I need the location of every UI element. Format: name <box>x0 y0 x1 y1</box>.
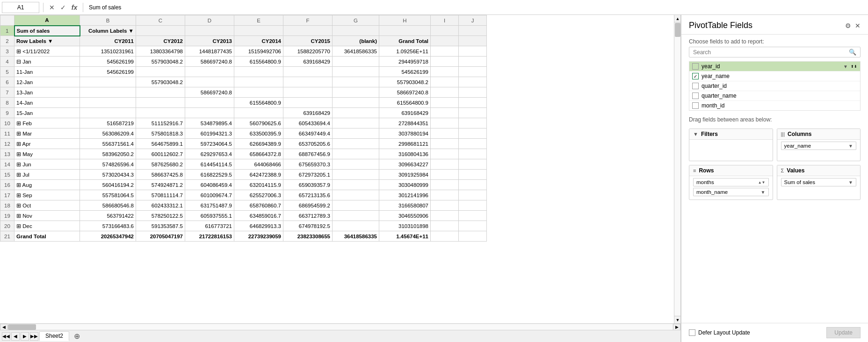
cell-r6-c5[interactable] <box>283 77 333 87</box>
cell-r11-c9[interactable] <box>459 128 487 139</box>
cell-r15-c6[interactable] <box>333 170 379 180</box>
cell-r17-c9[interactable] <box>459 190 487 200</box>
cell-r21-c8[interactable] <box>431 231 459 242</box>
row-header-1[interactable]: 1 <box>0 26 14 36</box>
cell-r14-c2[interactable]: 587625680.2 <box>136 159 185 170</box>
cell-r15-c8[interactable] <box>431 170 459 180</box>
row-header-9[interactable]: 9 <box>0 108 14 118</box>
cell-r14-c1[interactable]: 574826596.4 <box>80 159 136 170</box>
scroll-up-btn[interactable]: ▲ <box>674 15 680 22</box>
cell-r19-c1[interactable]: 563791422 <box>80 211 136 221</box>
cell-r1-c1[interactable]: Column Labels ▼ <box>80 26 136 36</box>
cell-r14-c8[interactable] <box>431 159 459 170</box>
cell-r5-c1[interactable]: 545626199 <box>80 67 136 77</box>
cell-r10-c4[interactable]: 560790625.6 <box>234 118 283 128</box>
cell-r18-c2[interactable]: 602433312.1 <box>136 200 185 211</box>
cell-r11-c0[interactable]: ⊞ Mar <box>14 128 80 139</box>
cell-r9-c4[interactable] <box>234 108 283 118</box>
add-sheet-btn[interactable]: ⊕ <box>70 331 84 342</box>
cell-r7-c1[interactable] <box>80 87 136 98</box>
cell-r11-c2[interactable]: 575801818.3 <box>136 128 185 139</box>
cell-r18-c4[interactable]: 658760860.7 <box>234 200 283 211</box>
cell-r4-c3[interactable]: 586697240.8 <box>185 57 234 67</box>
cell-r15-c2[interactable]: 586637425.8 <box>136 170 185 180</box>
rows-scroll-arrows[interactable]: ▲▼ <box>758 180 766 185</box>
cell-r4-c6[interactable] <box>333 57 379 67</box>
cell-r9-c5[interactable]: 639168429 <box>283 108 333 118</box>
cell-r3-c0[interactable]: ⊞ <1/11/2022 <box>14 46 80 57</box>
cell-r21-c7[interactable]: 1.45674E+11 <box>379 231 431 242</box>
cell-r20-c8[interactable] <box>431 221 459 231</box>
cell-r1-c7[interactable] <box>379 26 431 36</box>
cell-r21-c3[interactable]: 21722816153 <box>185 231 234 242</box>
cell-r18-c8[interactable] <box>431 200 459 211</box>
row-header-7[interactable]: 7 <box>0 87 14 98</box>
cell-r10-c8[interactable] <box>431 118 459 128</box>
scroll-right-btn[interactable]: ▶ <box>673 324 680 330</box>
cell-r9-c0[interactable]: 15-Jan <box>14 108 80 118</box>
cell-r3-c1[interactable]: 13510231961 <box>80 46 136 57</box>
cell-r16-c1[interactable]: 560416194.2 <box>80 180 136 190</box>
cell-r17-c4[interactable]: 625527006.3 <box>234 190 283 200</box>
cell-r16-c2[interactable]: 574924871.2 <box>136 180 185 190</box>
cell-r19-c7[interactable]: 3046550906 <box>379 211 431 221</box>
field-dropdown-icon-year-id[interactable]: ▼ <box>843 64 848 69</box>
cell-r15-c9[interactable] <box>459 170 487 180</box>
cell-r9-c1[interactable] <box>80 108 136 118</box>
cell-r15-c7[interactable]: 3091925984 <box>379 170 431 180</box>
cell-r11-c4[interactable]: 633500395.9 <box>234 128 283 139</box>
cell-r1-c3[interactable] <box>185 26 234 36</box>
cell-r16-c4[interactable]: 632014115.9 <box>234 180 283 190</box>
cell-r18-c3[interactable]: 631751487.9 <box>185 200 234 211</box>
cell-r1-c4[interactable] <box>234 26 283 36</box>
cell-r16-c8[interactable] <box>431 180 459 190</box>
cell-r3-c6[interactable]: 36418586335 <box>333 46 379 57</box>
row-header-10[interactable]: 10 <box>0 118 14 128</box>
cell-r6-c7[interactable]: 557903048.2 <box>379 77 431 87</box>
cell-r3-c7[interactable]: 1.09256E+11 <box>379 46 431 57</box>
col-header-b[interactable]: B <box>80 15 136 26</box>
col-header-c[interactable]: C <box>136 15 185 26</box>
scroll-left-btn[interactable]: ◀ <box>0 324 7 330</box>
cell-r10-c0[interactable]: ⊞ Feb <box>14 118 80 128</box>
cell-r21-c0[interactable]: Grand Total <box>14 231 80 242</box>
cell-r16-c9[interactable] <box>459 180 487 190</box>
cell-r15-c1[interactable]: 573020434.3 <box>80 170 136 180</box>
cell-r11-c7[interactable]: 3037880194 <box>379 128 431 139</box>
cell-r8-c1[interactable] <box>80 98 136 108</box>
cell-r4-c8[interactable] <box>431 57 459 67</box>
formula-input[interactable] <box>87 3 866 12</box>
horizontal-scrollbar[interactable]: ◀ ▶ <box>0 323 680 330</box>
cell-r13-c8[interactable] <box>431 149 459 159</box>
col-header-e[interactable]: E <box>234 15 283 26</box>
row-header-18[interactable]: 18 <box>0 200 14 211</box>
cell-r21-c2[interactable]: 20705047197 <box>136 231 185 242</box>
cell-r9-c6[interactable] <box>333 108 379 118</box>
cell-r13-c1[interactable]: 583962050.2 <box>80 149 136 159</box>
cell-r8-c5[interactable] <box>283 98 333 108</box>
cell-r4-c5[interactable]: 639168429 <box>283 57 333 67</box>
cell-r18-c6[interactable] <box>333 200 379 211</box>
cell-r7-c6[interactable] <box>333 87 379 98</box>
cell-r7-c5[interactable] <box>283 87 333 98</box>
row-header-16[interactable]: 16 <box>0 180 14 190</box>
values-tag-arrow[interactable]: ▼ <box>848 180 853 185</box>
cell-r6-c6[interactable] <box>333 77 379 87</box>
cell-r12-c9[interactable] <box>459 139 487 149</box>
search-input[interactable] <box>693 49 846 56</box>
cell-r7-c7[interactable]: 586697240.8 <box>379 87 431 98</box>
cell-r11-c1[interactable]: 563086209.4 <box>80 128 136 139</box>
col-header-a[interactable]: A <box>14 15 80 26</box>
row-header-6[interactable]: 6 <box>0 77 14 87</box>
col-header-h[interactable]: H <box>379 15 431 26</box>
row-header-8[interactable]: 8 <box>0 98 14 108</box>
cell-r2-c1[interactable]: CY2011 <box>80 36 136 46</box>
cell-r14-c6[interactable] <box>333 159 379 170</box>
cell-r10-c3[interactable]: 534879895.4 <box>185 118 234 128</box>
cell-ref-input[interactable] <box>2 2 39 13</box>
cell-r7-c9[interactable] <box>459 87 487 98</box>
cell-r15-c0[interactable]: ⊞ Jul <box>14 170 80 180</box>
cell-r18-c0[interactable]: ⊞ Oct <box>14 200 80 211</box>
cell-r2-c3[interactable]: CY2013 <box>185 36 234 46</box>
row-header-12[interactable]: 12 <box>0 139 14 149</box>
